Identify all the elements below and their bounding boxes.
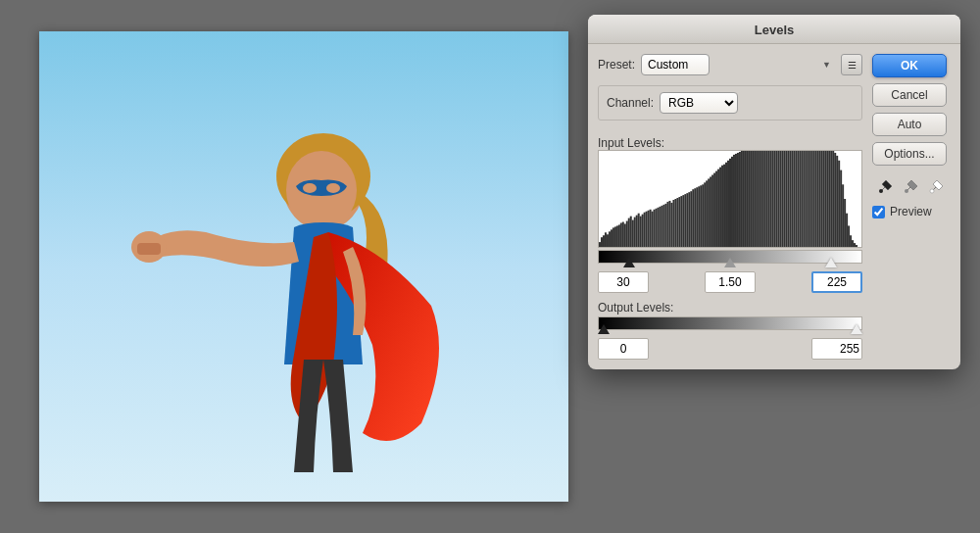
input-mid-slider[interactable] (724, 258, 736, 267)
svg-rect-120 (816, 151, 818, 247)
svg-rect-135 (846, 214, 848, 247)
black-eyedropper-button[interactable] (875, 175, 897, 197)
gray-eyedropper-button[interactable] (901, 175, 922, 197)
white-eyedropper-icon (929, 178, 945, 194)
svg-rect-59 (698, 186, 700, 247)
svg-rect-45 (670, 203, 672, 247)
preview-checkbox[interactable] (872, 206, 885, 218)
svg-rect-109 (796, 151, 798, 247)
input-levels-section: Input Levels: (598, 134, 862, 293)
svg-rect-66 (711, 175, 713, 248)
svg-rect-51 (682, 195, 684, 247)
svg-rect-8 (599, 242, 601, 247)
input-black-slider[interactable] (623, 258, 635, 267)
svg-rect-57 (694, 188, 696, 247)
ok-button[interactable]: OK (872, 54, 947, 77)
channel-select-wrapper: RGB Red Green Blue (660, 92, 854, 114)
svg-rect-88 (755, 151, 757, 247)
svg-rect-87 (753, 151, 755, 247)
svg-rect-112 (801, 151, 803, 247)
output-black-field[interactable] (598, 338, 649, 360)
svg-rect-15 (612, 227, 614, 247)
input-levels-label: Input Levels: (598, 136, 862, 150)
svg-rect-78 (735, 154, 737, 247)
photo-canvas (39, 31, 568, 502)
input-mid-field[interactable] (705, 271, 756, 293)
preset-select[interactable]: Custom (641, 54, 710, 75)
svg-rect-105 (788, 151, 790, 247)
svg-rect-39 (660, 207, 662, 247)
svg-rect-65 (710, 176, 711, 247)
svg-rect-62 (704, 182, 706, 247)
svg-rect-64 (708, 178, 710, 247)
output-white-slider[interactable] (851, 324, 862, 334)
svg-rect-80 (739, 152, 741, 247)
svg-rect-38 (658, 208, 660, 247)
svg-rect-16 (614, 226, 616, 247)
svg-rect-43 (666, 202, 668, 247)
svg-rect-35 (652, 212, 654, 247)
channel-select[interactable]: RGB Red Green Blue (660, 92, 738, 114)
svg-point-141 (879, 189, 883, 193)
svg-rect-52 (684, 194, 686, 247)
preview-label[interactable]: Preview (890, 205, 932, 218)
input-white-field[interactable] (811, 271, 862, 293)
preview-row: Preview (872, 205, 951, 218)
svg-rect-123 (822, 151, 824, 247)
svg-rect-42 (664, 204, 666, 247)
histogram-svg (599, 151, 861, 247)
svg-rect-24 (630, 217, 632, 247)
svg-rect-20 (622, 222, 624, 247)
input-white-slider[interactable] (825, 258, 837, 267)
svg-point-142 (905, 189, 908, 193)
svg-rect-98 (774, 151, 776, 247)
input-black-field[interactable] (598, 271, 649, 293)
svg-rect-25 (632, 220, 634, 247)
output-white-field[interactable] (811, 338, 862, 360)
svg-rect-26 (634, 218, 636, 247)
svg-rect-54 (688, 192, 690, 247)
svg-rect-99 (776, 151, 778, 247)
input-values-row (598, 271, 862, 293)
photo-element (255, 149, 333, 247)
channel-row: Channel: RGB Red Green Blue (607, 92, 854, 114)
svg-rect-114 (805, 151, 807, 247)
preset-menu-button[interactable]: ☰ (841, 54, 862, 75)
svg-rect-68 (715, 171, 717, 247)
preset-select-wrapper: Custom ▼ (641, 54, 835, 75)
svg-rect-71 (721, 166, 723, 247)
svg-rect-83 (745, 151, 747, 247)
svg-rect-14 (611, 229, 612, 247)
svg-rect-128 (832, 151, 834, 247)
svg-rect-133 (842, 184, 844, 247)
histogram (598, 150, 862, 248)
svg-rect-81 (741, 151, 743, 247)
options-button[interactable]: Options... (872, 142, 947, 166)
svg-rect-44 (668, 201, 670, 247)
photo-element (118, 207, 246, 273)
svg-rect-104 (786, 151, 788, 247)
svg-rect-134 (844, 199, 846, 247)
svg-rect-102 (782, 151, 784, 247)
output-levels-label: Output Levels: (598, 301, 862, 315)
svg-rect-31 (644, 213, 646, 247)
svg-rect-28 (638, 214, 640, 247)
svg-rect-70 (719, 168, 721, 247)
svg-rect-108 (794, 151, 796, 247)
dialog-titlebar: Levels (588, 15, 960, 44)
svg-rect-121 (818, 151, 820, 247)
auto-button[interactable]: Auto (872, 113, 947, 136)
svg-rect-116 (808, 151, 810, 247)
svg-rect-75 (729, 159, 731, 247)
cancel-button[interactable]: Cancel (872, 83, 947, 107)
white-eyedropper-button[interactable] (926, 175, 948, 197)
svg-rect-32 (646, 212, 648, 247)
svg-rect-74 (727, 161, 729, 247)
svg-rect-48 (676, 198, 678, 247)
dialog-main: Preset: Custom ▼ ☰ Channel: RGB (598, 54, 862, 360)
svg-rect-36 (654, 210, 656, 247)
output-black-slider[interactable] (598, 324, 610, 334)
svg-rect-122 (820, 151, 822, 247)
svg-rect-94 (766, 151, 768, 247)
svg-rect-72 (723, 165, 725, 247)
